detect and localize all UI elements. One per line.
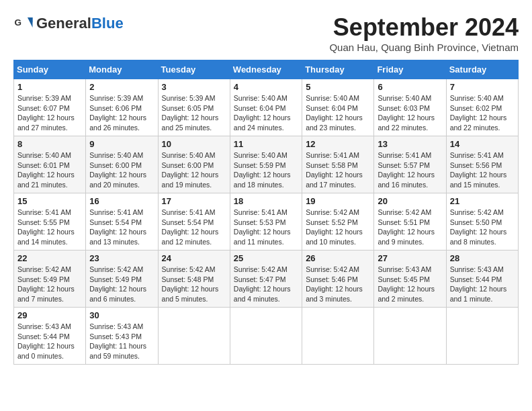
table-row: 4Sunrise: 5:40 AM Sunset: 6:04 PM Daylig… <box>230 79 302 136</box>
table-row: 24Sunrise: 5:42 AM Sunset: 5:48 PM Dayli… <box>158 250 230 308</box>
calendar-week-row: 8Sunrise: 5:40 AM Sunset: 6:01 PM Daylig… <box>14 136 519 193</box>
day-number: 11 <box>234 139 298 149</box>
day-number: 5 <box>306 82 370 92</box>
table-row: 26Sunrise: 5:42 AM Sunset: 5:46 PM Dayli… <box>302 250 374 308</box>
table-row: 3Sunrise: 5:39 AM Sunset: 6:05 PM Daylig… <box>158 79 230 136</box>
calendar-week-row: 1Sunrise: 5:39 AM Sunset: 6:07 PM Daylig… <box>14 79 519 136</box>
day-number: 20 <box>378 196 442 206</box>
day-info: Sunrise: 5:42 AM Sunset: 5:46 PM Dayligh… <box>306 265 370 304</box>
table-row: 20Sunrise: 5:42 AM Sunset: 5:51 PM Dayli… <box>374 193 446 250</box>
table-row: 15Sunrise: 5:41 AM Sunset: 5:55 PM Dayli… <box>14 193 86 250</box>
table-row: 18Sunrise: 5:41 AM Sunset: 5:53 PM Dayli… <box>230 193 302 250</box>
day-number: 29 <box>17 310 82 320</box>
col-wednesday: Wednesday <box>230 60 302 79</box>
day-info: Sunrise: 5:41 AM Sunset: 5:54 PM Dayligh… <box>162 208 226 247</box>
day-info: Sunrise: 5:43 AM Sunset: 5:44 PM Dayligh… <box>17 322 82 361</box>
col-thursday: Thursday <box>302 60 374 79</box>
day-number: 2 <box>89 82 154 92</box>
table-row: 17Sunrise: 5:41 AM Sunset: 5:54 PM Dayli… <box>158 193 230 250</box>
title-block: September 2024 Quan Hau, Quang Binh Prov… <box>329 13 519 53</box>
day-number: 24 <box>162 253 226 263</box>
col-sunday: Sunday <box>14 60 86 79</box>
calendar-week-row: 22Sunrise: 5:42 AM Sunset: 5:49 PM Dayli… <box>14 250 519 308</box>
table-row: 29Sunrise: 5:43 AM Sunset: 5:44 PM Dayli… <box>14 308 86 365</box>
day-info: Sunrise: 5:41 AM Sunset: 5:58 PM Dayligh… <box>306 150 370 190</box>
day-info: Sunrise: 5:42 AM Sunset: 5:47 PM Dayligh… <box>234 265 298 304</box>
table-row: 7Sunrise: 5:40 AM Sunset: 6:02 PM Daylig… <box>446 79 518 136</box>
day-number: 10 <box>162 139 226 149</box>
day-number: 25 <box>234 253 298 263</box>
calendar-week-row: 15Sunrise: 5:41 AM Sunset: 5:55 PM Dayli… <box>14 193 519 250</box>
day-number: 1 <box>17 82 82 92</box>
day-info: Sunrise: 5:39 AM Sunset: 6:06 PM Dayligh… <box>89 93 154 133</box>
day-number: 7 <box>450 82 515 92</box>
col-saturday: Saturday <box>446 60 518 79</box>
day-number: 21 <box>450 196 515 206</box>
table-row: 8Sunrise: 5:40 AM Sunset: 6:01 PM Daylig… <box>14 136 86 193</box>
day-number: 23 <box>89 253 154 263</box>
table-row: 11Sunrise: 5:40 AM Sunset: 5:59 PM Dayli… <box>230 136 302 193</box>
table-row: 12Sunrise: 5:41 AM Sunset: 5:58 PM Dayli… <box>302 136 374 193</box>
month-year: September 2024 <box>329 13 519 42</box>
day-number: 8 <box>17 139 82 149</box>
table-row <box>230 308 302 365</box>
location: Quan Hau, Quang Binh Province, Vietnam <box>329 42 519 53</box>
day-number: 13 <box>378 139 442 149</box>
table-row: 19Sunrise: 5:42 AM Sunset: 5:52 PM Dayli… <box>302 193 374 250</box>
day-number: 9 <box>89 139 154 149</box>
day-info: Sunrise: 5:42 AM Sunset: 5:51 PM Dayligh… <box>378 208 442 247</box>
table-row: 2Sunrise: 5:39 AM Sunset: 6:06 PM Daylig… <box>86 79 158 136</box>
day-number: 15 <box>17 196 82 206</box>
day-info: Sunrise: 5:42 AM Sunset: 5:48 PM Dayligh… <box>162 265 226 304</box>
table-row: 5Sunrise: 5:40 AM Sunset: 6:04 PM Daylig… <box>302 79 374 136</box>
day-info: Sunrise: 5:39 AM Sunset: 6:07 PM Dayligh… <box>17 93 82 133</box>
table-row: 23Sunrise: 5:42 AM Sunset: 5:49 PM Dayli… <box>86 250 158 308</box>
day-number: 19 <box>306 196 370 206</box>
day-info: Sunrise: 5:41 AM Sunset: 5:53 PM Dayligh… <box>234 208 298 247</box>
table-row <box>302 308 374 365</box>
calendar-header-row: Sunday Monday Tuesday Wednesday Thursday… <box>14 60 519 79</box>
col-monday: Monday <box>86 60 158 79</box>
day-info: Sunrise: 5:40 AM Sunset: 5:59 PM Dayligh… <box>234 150 298 190</box>
day-info: Sunrise: 5:41 AM Sunset: 5:54 PM Dayligh… <box>89 208 154 247</box>
logo: G GeneralBlue <box>13 13 124 34</box>
day-info: Sunrise: 5:41 AM Sunset: 5:56 PM Dayligh… <box>450 150 515 190</box>
table-row: 6Sunrise: 5:40 AM Sunset: 6:03 PM Daylig… <box>374 79 446 136</box>
table-row: 16Sunrise: 5:41 AM Sunset: 5:54 PM Dayli… <box>86 193 158 250</box>
table-row: 9Sunrise: 5:40 AM Sunset: 6:00 PM Daylig… <box>86 136 158 193</box>
day-info: Sunrise: 5:42 AM Sunset: 5:49 PM Dayligh… <box>17 265 82 304</box>
day-info: Sunrise: 5:42 AM Sunset: 5:52 PM Dayligh… <box>306 208 370 247</box>
logo-general-text: General <box>36 15 91 32</box>
table-row: 30Sunrise: 5:43 AM Sunset: 5:43 PM Dayli… <box>86 308 158 365</box>
table-row <box>374 308 446 365</box>
day-info: Sunrise: 5:43 AM Sunset: 5:45 PM Dayligh… <box>378 265 442 304</box>
table-row: 21Sunrise: 5:42 AM Sunset: 5:50 PM Dayli… <box>446 193 518 250</box>
day-number: 17 <box>162 196 226 206</box>
day-info: Sunrise: 5:41 AM Sunset: 5:57 PM Dayligh… <box>378 150 442 190</box>
table-row: 28Sunrise: 5:43 AM Sunset: 5:44 PM Dayli… <box>446 250 518 308</box>
day-info: Sunrise: 5:40 AM Sunset: 6:00 PM Dayligh… <box>89 150 154 190</box>
table-row: 14Sunrise: 5:41 AM Sunset: 5:56 PM Dayli… <box>446 136 518 193</box>
table-row: 10Sunrise: 5:40 AM Sunset: 6:00 PM Dayli… <box>158 136 230 193</box>
day-number: 27 <box>378 253 442 263</box>
day-number: 28 <box>450 253 515 263</box>
day-number: 26 <box>306 253 370 263</box>
day-number: 4 <box>234 82 298 92</box>
calendar-week-row: 29Sunrise: 5:43 AM Sunset: 5:44 PM Dayli… <box>14 308 519 365</box>
day-info: Sunrise: 5:40 AM Sunset: 6:00 PM Dayligh… <box>162 150 226 190</box>
day-info: Sunrise: 5:40 AM Sunset: 6:01 PM Dayligh… <box>17 150 82 190</box>
logo-blue-text: Blue <box>91 15 124 32</box>
day-number: 14 <box>450 139 515 149</box>
day-info: Sunrise: 5:39 AM Sunset: 6:05 PM Dayligh… <box>162 93 226 133</box>
day-number: 12 <box>306 139 370 149</box>
table-row: 22Sunrise: 5:42 AM Sunset: 5:49 PM Dayli… <box>14 250 86 308</box>
table-row: 13Sunrise: 5:41 AM Sunset: 5:57 PM Dayli… <box>374 136 446 193</box>
day-number: 18 <box>234 196 298 206</box>
day-info: Sunrise: 5:40 AM Sunset: 6:03 PM Dayligh… <box>378 93 442 133</box>
day-info: Sunrise: 5:41 AM Sunset: 5:55 PM Dayligh… <box>17 208 82 247</box>
table-row <box>158 308 230 365</box>
day-info: Sunrise: 5:40 AM Sunset: 6:04 PM Dayligh… <box>306 93 370 133</box>
table-row: 27Sunrise: 5:43 AM Sunset: 5:45 PM Dayli… <box>374 250 446 308</box>
day-info: Sunrise: 5:42 AM Sunset: 5:50 PM Dayligh… <box>450 208 515 247</box>
table-row: 1Sunrise: 5:39 AM Sunset: 6:07 PM Daylig… <box>14 79 86 136</box>
